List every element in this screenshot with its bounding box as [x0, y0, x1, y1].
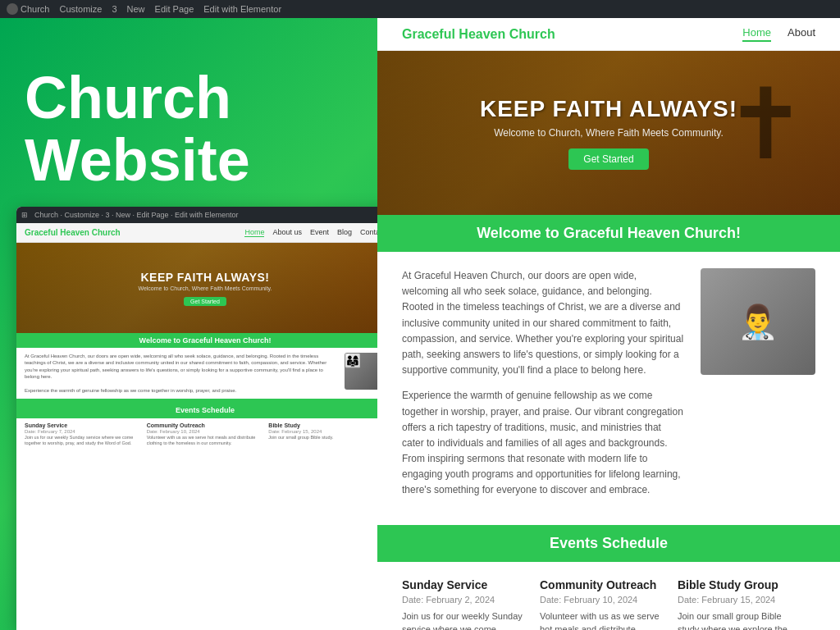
event-1-title: Community Outreach — [540, 578, 665, 591]
mini-site-logo: Graceful Heaven Church — [25, 228, 121, 237]
mini-nav-links: Home About us Event Blog Contact — [244, 228, 377, 237]
event-0-desc: Join us for our weekly Sunday service wh… — [402, 609, 527, 630]
event-0-title: Sunday Service — [402, 578, 527, 591]
overlay-line1: Church — [25, 65, 231, 130]
event-0-date: Date: February 2, 2024 — [402, 595, 527, 605]
admin-count-label: 3 — [112, 4, 116, 14]
nav-home[interactable]: Home — [742, 26, 771, 42]
mini-event-2: Bible Study Date: February 15, 2024 Join… — [268, 422, 377, 446]
mini-event-1-date: Date: February 10, 2024 — [147, 429, 264, 434]
mini-hero: KEEP FAITH ALWAYS! Welcome to Church, Wh… — [16, 243, 377, 333]
mini-event-1-title: Community Outreach — [147, 422, 264, 428]
mini-nav-event: Event — [310, 228, 329, 237]
site-nav-links: Home About — [742, 26, 815, 42]
about-text: At Graceful Heaven Church, our doors are… — [402, 268, 684, 509]
left-overlay: Church Website ⊞ Church · Customize · 3 … — [0, 18, 377, 630]
about-para-2: Experience the warmth of genuine fellows… — [402, 388, 684, 498]
mini-events-header: Events Schedule — [16, 399, 377, 418]
page-wrapper: Church Website ⊞ Church · Customize · 3 … — [0, 18, 840, 630]
admin-bar-count[interactable]: 3 — [112, 4, 116, 14]
mini-get-started-button[interactable]: Get Started — [184, 297, 226, 306]
mini-event-1: Community Outreach Date: February 10, 20… — [147, 422, 264, 446]
event-card-0: Sunday Service Date: February 2, 2024 Jo… — [402, 578, 540, 630]
right-site: Graceful Heaven Church Home About KEEP F… — [377, 18, 840, 630]
wp-icon — [7, 3, 18, 15]
mini-hero-title: KEEP FAITH ALWAYS! — [140, 271, 269, 284]
welcome-title: Welcome to Graceful Heaven Church! — [394, 225, 824, 242]
mini-event-0-date: Date: February 7, 2024 — [25, 429, 142, 434]
site-nav: Graceful Heaven Church Home About — [377, 18, 840, 51]
admin-customize-label: Customize — [59, 4, 102, 14]
event-card-1: Community Outreach Date: February 10, 20… — [540, 578, 678, 630]
event-card-2: Bible Study Group Date: February 15, 202… — [678, 578, 815, 630]
admin-new-label: New — [127, 4, 145, 14]
admin-bar-customize[interactable]: Customize — [59, 4, 102, 14]
hero-subtitle: Welcome to Church, Where Faith Meets Com… — [494, 127, 724, 139]
mini-nav-blog: Blog — [337, 228, 352, 237]
mini-event-0-desc: Join us for our weekly Sunday service wh… — [25, 435, 142, 446]
mini-events-grid: Sunday Service Date: February 7, 2024 Jo… — [16, 418, 377, 450]
admin-elementor-label: Edit with Elementor — [203, 4, 281, 14]
mini-nav: Graceful Heaven Church Home About us Eve… — [16, 223, 377, 243]
mini-about-section: At Graceful Heaven Church, our doors are… — [16, 348, 377, 399]
mini-event-1-desc: Volunteer with us as we serve hot meals … — [147, 435, 264, 446]
events-header: Events Schedule — [377, 525, 840, 562]
event-1-desc: Volunteer with us as we serve hot meals … — [540, 609, 665, 630]
mini-hero-subtitle: Welcome to Church, Where Faith Meets Com… — [138, 285, 272, 291]
mini-welcome-section: Welcome to Graceful Heaven Church! — [16, 333, 377, 348]
mini-wp-icon: ⊞ — [21, 211, 28, 219]
welcome-header: Welcome to Graceful Heaven Church! — [377, 215, 840, 252]
event-1-date: Date: February 10, 2024 — [540, 595, 665, 605]
event-2-title: Bible Study Group — [678, 578, 803, 591]
about-image: 👨‍⚕️ — [701, 268, 815, 375]
mini-nav-contact: Contact — [360, 228, 377, 237]
mini-events-label: Events Schedule — [176, 406, 235, 414]
hero-section: KEEP FAITH ALWAYS! Welcome to Church, Wh… — [377, 51, 840, 215]
mini-about-image: 👨‍👩‍👧 — [345, 353, 377, 390]
mini-event-2-desc: Join our small group Bible study. — [268, 435, 377, 441]
mini-event-2-date: Date: February 15, 2024 — [268, 429, 377, 434]
mini-event-0: Sunday Service Date: February 7, 2024 Jo… — [25, 422, 142, 446]
site-logo: Graceful Heaven Church — [402, 27, 555, 42]
nav-about[interactable]: About — [788, 26, 815, 42]
mini-event-2-title: Bible Study — [268, 422, 377, 428]
admin-church-label: Church — [21, 4, 49, 14]
about-section: At Graceful Heaven Church, our doors are… — [377, 252, 840, 525]
mini-admin-items: Church · Customize · 3 · New · Edit Page… — [34, 211, 239, 219]
mini-browser-bar: ⊞ Church · Customize · 3 · New · Edit Pa… — [16, 207, 377, 223]
about-para-1: At Graceful Heaven Church, our doors are… — [402, 268, 684, 378]
mini-nav-aboutus: About us — [272, 228, 302, 237]
admin-edit-page-label: Edit Page — [155, 4, 194, 14]
events-title: Events Schedule — [394, 535, 824, 552]
overlay-line2: Website — [25, 127, 250, 193]
admin-bar-church[interactable]: Church — [7, 3, 49, 15]
admin-bar-new[interactable]: New — [127, 4, 145, 14]
overlay-heading: Church Website — [25, 67, 250, 191]
event-2-desc: Join our small group Bible study where w… — [678, 609, 803, 630]
events-grid: Sunday Service Date: February 2, 2024 Jo… — [377, 562, 840, 630]
mini-event-0-title: Sunday Service — [25, 422, 142, 428]
admin-bar-elementor[interactable]: Edit with Elementor — [203, 4, 281, 14]
mini-browser-preview: ⊞ Church · Customize · 3 · New · Edit Pa… — [16, 207, 377, 630]
event-2-date: Date: February 15, 2024 — [678, 595, 803, 605]
get-started-button[interactable]: Get Started — [568, 148, 648, 170]
admin-bar-edit-page[interactable]: Edit Page — [155, 4, 194, 14]
mini-nav-home: Home — [244, 228, 264, 237]
admin-bar: Church Customize 3 New Edit Page Edit wi… — [0, 0, 840, 18]
mini-about-text: At Graceful Heaven Church, our doors are… — [25, 353, 338, 394]
mini-welcome-title: Welcome to Graceful Heaven Church! — [25, 336, 377, 345]
hero-title: KEEP FAITH ALWAYS! — [480, 96, 737, 122]
